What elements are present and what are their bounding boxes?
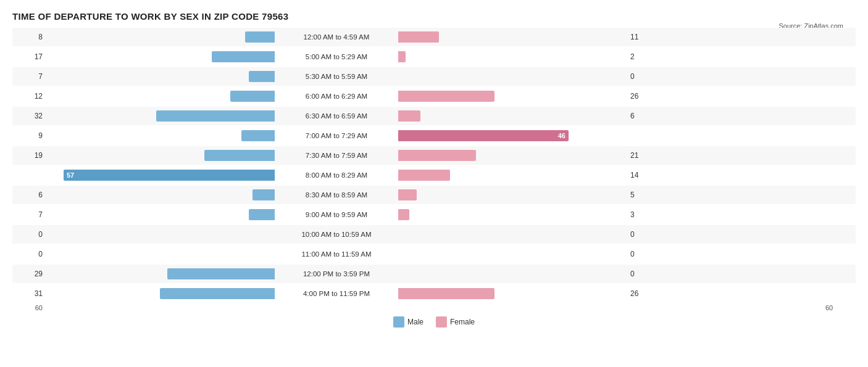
legend-male-box (393, 316, 404, 328)
val-right: 11 (627, 33, 661, 41)
label-center: 6:00 AM to 6:29 AM (275, 93, 398, 100)
row-inner: 9 7:00 AM to 7:29 AM 46 (12, 126, 856, 145)
row-inner: 7 9:00 AM to 9:59 AM 3 (12, 205, 856, 224)
chart-title: TIME OF DEPARTURE TO WORK BY SEX IN ZIP … (12, 11, 856, 22)
bar-left-wrap (46, 268, 275, 279)
bar-left (160, 288, 275, 299)
bar-left (249, 209, 275, 220)
bar-row: 12 6:00 AM to 6:29 AM 26 (12, 87, 856, 105)
bar-row: 17 5:00 AM to 5:29 AM 2 (12, 47, 856, 66)
label-center: 6:30 AM to 6:59 AM (275, 112, 398, 120)
row-inner: 32 6:30 AM to 6:59 AM 6 (12, 107, 856, 125)
val-right: 5 (627, 191, 661, 199)
legend-male-label: Male (407, 318, 424, 326)
bar-right-wrap (398, 31, 627, 43)
val-left: 17 (12, 52, 46, 61)
legend-female-box (436, 316, 447, 328)
header-row: TIME OF DEPARTURE TO WORK BY SEX IN ZIP … (12, 11, 856, 22)
bar-right-wrap (398, 110, 627, 122)
bars-area: 8 12:00 AM to 4:59 AM 11 17 (12, 28, 856, 303)
bar-right (398, 170, 450, 181)
val-left: 0 (12, 230, 46, 239)
val-right: 0 (627, 230, 661, 239)
label-center: 9:00 AM to 9:59 AM (275, 211, 398, 218)
chart-container: TIME OF DEPARTURE TO WORK BY SEX IN ZIP … (0, 0, 868, 340)
val-right: 21 (627, 151, 661, 160)
val-left: 12 (12, 92, 46, 101)
bar-row: 0 11:00 AM to 11:59 AM 0 (12, 245, 856, 263)
bar-right (398, 209, 409, 220)
bar-left-wrap (46, 189, 275, 200)
legend: Male Female (12, 316, 856, 328)
bar-right-wrap (398, 189, 627, 200)
bar-row: 31 4:00 PM to 11:59 PM 26 (12, 284, 856, 303)
bar-right (398, 189, 417, 200)
bar-right-wrap: 46 (398, 130, 627, 141)
bar-left-wrap (46, 71, 275, 82)
row-inner: 7 5:30 AM to 5:59 AM 0 (12, 67, 856, 86)
bar-right (398, 51, 406, 62)
bar-right-wrap (398, 170, 627, 181)
label-center: 5:30 AM to 5:59 AM (275, 73, 398, 80)
legend-female-label: Female (450, 318, 475, 326)
val-right: 14 (627, 171, 661, 179)
bar-left (212, 51, 275, 62)
badge-left: 57 (64, 171, 77, 179)
axis-bottom-left: 60 (12, 304, 46, 311)
row-inner: 6 8:30 AM to 8:59 AM 5 (12, 186, 856, 204)
axis-bottom-right: 60 (822, 304, 856, 311)
val-left: 0 (12, 250, 46, 258)
val-right: 26 (627, 289, 661, 298)
label-center: 5:00 AM to 5:29 AM (275, 53, 398, 60)
val-left: 6 (12, 191, 46, 199)
bar-left (167, 268, 275, 279)
bar-right: 46 (398, 130, 569, 141)
val-right: 0 (627, 72, 661, 81)
row-inner: 57 8:00 AM to 8:29 AM 14 (12, 166, 856, 184)
bar-left (204, 150, 275, 161)
val-right: 26 (627, 92, 661, 101)
bar-left: 57 (64, 170, 275, 181)
row-inner: 29 12:00 PM to 3:59 PM 0 (12, 265, 856, 283)
bar-row: 57 8:00 AM to 8:29 AM 14 (12, 166, 856, 184)
bar-left-wrap (46, 209, 275, 220)
val-left: 31 (12, 289, 46, 298)
bar-left (156, 110, 275, 122)
bar-left-wrap (46, 249, 275, 260)
bar-right (398, 91, 495, 102)
row-inner: 0 10:00 AM to 10:59 AM 0 (12, 225, 856, 244)
label-center: 7:00 AM to 7:29 AM (275, 132, 398, 139)
bar-row: 8 12:00 AM to 4:59 AM 11 (12, 28, 856, 46)
val-right: 0 (627, 250, 661, 258)
bar-row: 6 8:30 AM to 8:59 AM 5 (12, 186, 856, 204)
bar-right-wrap (398, 150, 627, 161)
row-inner: 31 4:00 PM to 11:59 PM 26 (12, 284, 856, 303)
val-left: 7 (12, 210, 46, 219)
val-left: 8 (12, 33, 46, 41)
bar-row: 29 12:00 PM to 3:59 PM 0 (12, 265, 856, 283)
bar-right-wrap (398, 288, 627, 299)
bar-right-wrap (398, 209, 627, 220)
bar-right-wrap (398, 249, 627, 260)
row-inner: 0 11:00 AM to 11:59 AM 0 (12, 245, 856, 263)
bar-left-wrap (46, 150, 275, 161)
bar-right (398, 110, 420, 122)
row-inner: 19 7:30 AM to 7:59 AM 21 (12, 146, 856, 165)
row-inner: 8 12:00 AM to 4:59 AM 11 (12, 28, 856, 46)
val-left: 7 (12, 72, 46, 81)
legend-female: Female (436, 316, 475, 328)
label-center: 10:00 AM to 10:59 AM (275, 231, 398, 238)
val-left: 19 (12, 151, 46, 160)
bar-left-wrap (46, 31, 275, 43)
row-inner: 12 6:00 AM to 6:29 AM 26 (12, 87, 856, 105)
label-center: 11:00 AM to 11:59 AM (275, 250, 398, 258)
val-right: 2 (627, 52, 661, 61)
val-left: 9 (12, 131, 46, 140)
bar-left-wrap (46, 91, 275, 102)
bar-left-wrap (46, 130, 275, 141)
bar-right (398, 150, 476, 161)
bar-row: 0 10:00 AM to 10:59 AM 0 (12, 225, 856, 244)
bar-row: 32 6:30 AM to 6:59 AM 6 (12, 107, 856, 125)
val-right: 0 (627, 270, 661, 278)
bar-row: 7 9:00 AM to 9:59 AM 3 (12, 205, 856, 224)
